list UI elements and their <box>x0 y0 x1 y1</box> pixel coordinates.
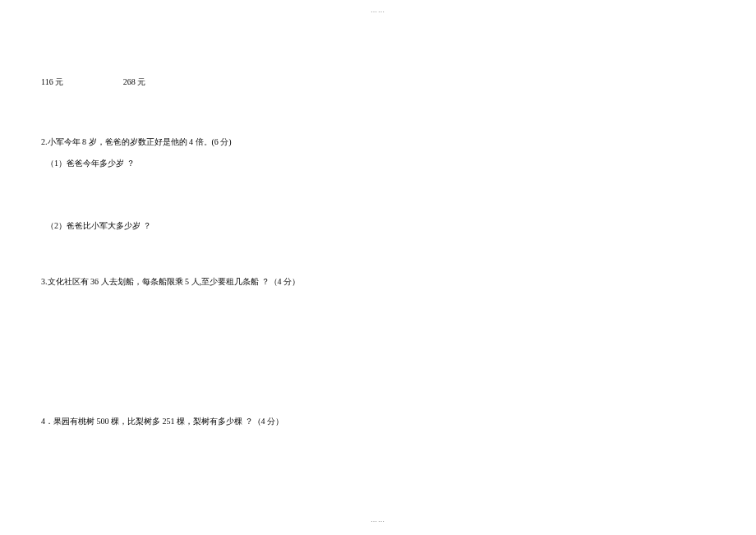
price-item-1: 116 元 <box>41 76 63 88</box>
page-dots-top: ⋯⋯ <box>371 8 385 16</box>
price-item-2: 268 元 <box>123 76 146 88</box>
question-2: 2.小军今年 8 岁，爸爸的岁数正好是他的 4 倍。(6 分) <box>41 136 232 148</box>
question-4: 4．果园有桃树 500 棵，比梨树多 251 棵，梨树有多少棵 ？（4 分） <box>41 416 284 427</box>
price-row: 116 元 268 元 <box>41 76 145 88</box>
question-2-sub-2: （2）爸爸比小军大多少岁 ？ <box>46 220 151 232</box>
page-dots-bottom: ⋯⋯ <box>371 518 385 525</box>
question-2-sub-1: （1）爸爸今年多少岁 ？ <box>46 158 135 169</box>
question-3: 3.文化社区有 36 人去划船，每条船限乘 5 人,至少要租几条船 ？（4 分） <box>41 276 300 288</box>
